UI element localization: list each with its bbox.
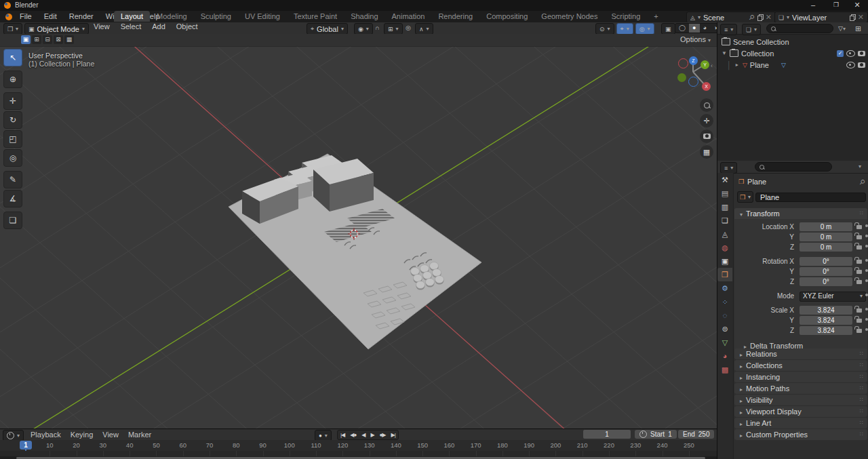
copy-icon[interactable] — [757, 14, 763, 20]
tab-constraints[interactable]: ⊜ — [717, 322, 732, 336]
panel-grip[interactable]: ∷ — [860, 383, 863, 394]
tab-collection[interactable]: ▣ — [717, 254, 732, 268]
move-view-button[interactable]: ✛ — [700, 114, 713, 127]
lock-icon[interactable] — [856, 235, 862, 239]
outliner-display-mode[interactable]: ≡▾ — [720, 24, 737, 35]
xray-toggle[interactable]: ▣ — [661, 23, 675, 35]
panel-grip[interactable]: ∷ — [860, 418, 863, 428]
hide-viewport-icon[interactable] — [846, 50, 855, 57]
workspace-tab-rendering[interactable]: Rendering — [431, 11, 479, 22]
snap-magnet-icon[interactable]: ∩ — [375, 24, 379, 31]
lock-icon[interactable] — [856, 280, 862, 284]
minimize-button[interactable]: – — [804, 1, 822, 9]
disable-render-icon[interactable] — [858, 62, 865, 68]
select-mode-set[interactable]: ▣ — [21, 35, 31, 44]
location-value-field[interactable]: 0 m — [800, 222, 852, 231]
panel-grip[interactable]: ∷ — [860, 429, 863, 440]
stopwatch-icon[interactable] — [639, 431, 647, 438]
workspace-tab-texture-paint[interactable]: Texture Paint — [287, 11, 344, 22]
tool-move[interactable]: ✛ — [3, 92, 22, 110]
select-mode-subtract[interactable]: ⊟ — [43, 35, 52, 44]
pin-icon[interactable]: ⚲ — [748, 13, 757, 22]
breadcrumb-object[interactable]: Plane — [747, 178, 856, 186]
timeline-menu-marker[interactable]: Marker — [123, 429, 156, 440]
checkbox-icon[interactable]: ✓ — [837, 50, 844, 57]
tab-physics[interactable]: ◌ — [717, 308, 732, 322]
gizmo-x-axis[interactable]: X — [702, 82, 711, 91]
timeline-menu-view[interactable]: View — [98, 429, 123, 440]
rotation-value-field[interactable]: 0° — [800, 267, 852, 276]
tab-view-layer[interactable]: ❏ — [717, 214, 732, 227]
tab-object[interactable]: ❒ — [717, 268, 732, 281]
play-reverse-button[interactable]: ◀ — [359, 432, 368, 438]
panel-grip[interactable]: ∷ — [860, 348, 863, 359]
gizmo-y-neg[interactable] — [677, 73, 686, 82]
panel-grip[interactable]: ∷ — [860, 406, 863, 417]
panel-line-art[interactable]: ▸Line Art∷ — [734, 418, 867, 428]
panel-instancing[interactable]: ▸Instancing∷ — [734, 372, 867, 382]
animate-dot[interactable] — [865, 328, 868, 331]
tool-measure[interactable]: ∡ — [3, 190, 22, 207]
outliner-row-collection[interactable]: ▼ Collection ✓ — [722, 48, 865, 58]
proportional-editing-icon[interactable]: ◎ — [406, 24, 411, 31]
animate-dot[interactable] — [865, 235, 868, 237]
shading-material-preview[interactable]: ◕ — [700, 24, 710, 33]
select-mode-intersect[interactable]: ▦ — [64, 35, 74, 44]
tool-scale[interactable]: ◰ — [3, 130, 22, 148]
tool-rotate[interactable]: ↻ — [3, 111, 22, 129]
shading-wireframe[interactable]: ◯ — [675, 24, 689, 33]
workspace-tab-modeling[interactable]: Modeling — [150, 11, 194, 22]
panel-grip[interactable]: ∷ — [860, 372, 863, 382]
tab-texture[interactable]: ▩ — [717, 363, 732, 376]
proportional-falloff[interactable]: ∧▾ — [415, 23, 433, 35]
animate-dot[interactable] — [865, 224, 868, 227]
gizmo-x-neg[interactable] — [678, 58, 688, 68]
properties-editor-type[interactable]: ≡▾ — [720, 162, 737, 174]
shading-solid[interactable]: ● — [689, 24, 699, 33]
scale-value-field[interactable]: 3.824 — [800, 326, 852, 335]
workspace-tab-animation[interactable]: Animation — [385, 11, 432, 22]
tool-select-box[interactable]: ↖ — [3, 49, 22, 66]
close-button[interactable]: ✕ — [848, 1, 866, 9]
hide-viewport-icon[interactable] — [846, 62, 855, 68]
current-frame-badge[interactable]: 1 — [20, 441, 32, 450]
outliner-search[interactable] — [766, 24, 833, 33]
panel-grip[interactable]: ∷ — [860, 360, 863, 371]
show-overlays-toggle[interactable]: ◎▾ — [635, 23, 654, 35]
rotation-value-field[interactable]: 0° — [800, 277, 852, 286]
viewport-menu-add[interactable]: Add — [146, 21, 171, 32]
workspace-tab-layout[interactable]: Layout — [114, 11, 150, 22]
animate-dot[interactable] — [865, 269, 868, 272]
animate-dot[interactable] — [865, 245, 868, 247]
jump-to-end-button[interactable]: ▶| — [389, 432, 398, 438]
animate-dot[interactable] — [865, 294, 868, 296]
ortho-toggle-button[interactable]: ▦ — [700, 145, 713, 159]
gizmo-y-axis[interactable]: Y — [701, 60, 709, 69]
sidebar-toggle-arrow[interactable]: ‹ — [711, 62, 713, 69]
properties-search[interactable] — [755, 162, 832, 172]
disable-render-icon[interactable] — [858, 51, 865, 56]
show-gizmos-toggle[interactable]: ⌖▾ — [616, 23, 633, 35]
id-type-selector[interactable]: ❒▾ — [737, 191, 753, 203]
current-frame-field[interactable]: 1 — [583, 430, 631, 439]
expand-arrow-icon[interactable]: ▸ — [734, 62, 740, 68]
workspace-tab-scripting[interactable]: Scripting — [604, 11, 647, 22]
copy-icon[interactable] — [850, 14, 855, 20]
lock-icon[interactable] — [856, 270, 862, 274]
close-icon[interactable]: ✕ — [766, 13, 772, 22]
navigation-gizmo[interactable]: Z Y X — [675, 54, 713, 92]
viewport-3d[interactable]: ▣⊞⊟⊠▦ Options ▾ User Perspective (1) Col… — [0, 34, 717, 428]
menu-render[interactable]: Render — [63, 11, 100, 22]
select-mode-invert[interactable]: ⊠ — [54, 35, 63, 44]
lock-icon[interactable] — [856, 329, 862, 333]
close-icon[interactable]: ✕ — [858, 13, 864, 22]
menu-edit[interactable]: Edit — [38, 11, 63, 22]
outliner-filter-id[interactable]: ❏▾ — [742, 24, 761, 35]
animate-dot[interactable] — [865, 259, 868, 262]
new-collection-button[interactable]: ⊞ — [855, 24, 861, 33]
panel-grip[interactable]: ∷ — [860, 395, 863, 405]
frame-ruler[interactable]: 1020304050607080901001101201301401501601… — [0, 440, 717, 451]
workspace-tab-geometry-nodes[interactable]: Geometry Nodes — [534, 11, 604, 22]
filter-funnel[interactable]: ▽▾ — [838, 24, 846, 32]
tab-modifiers[interactable]: ⚙ — [717, 281, 732, 295]
